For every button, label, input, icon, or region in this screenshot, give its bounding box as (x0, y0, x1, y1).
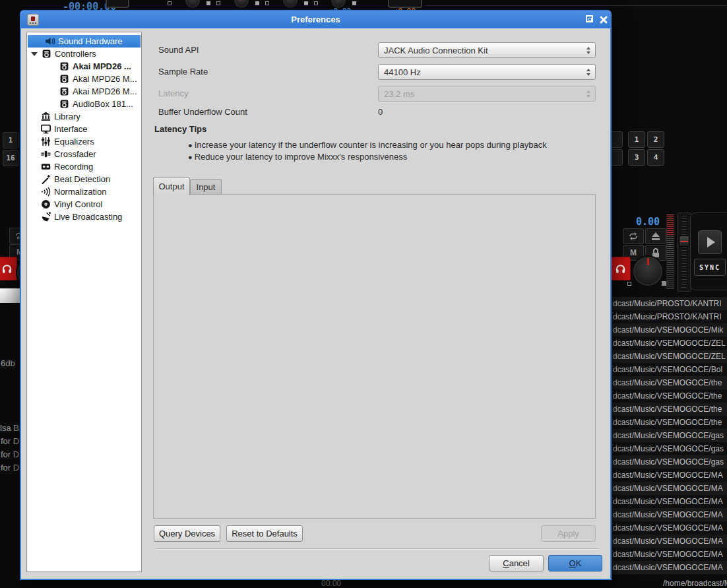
sidebar-item-equalizers[interactable]: Equalizers (28, 135, 141, 148)
track-row[interactable]: dcast/Music/VSEMOGOCE/MA (612, 508, 727, 521)
spinner-arrows-icon (586, 43, 590, 57)
apply-button: Apply (541, 525, 596, 542)
query-devices-button[interactable]: Query Devices (154, 525, 220, 542)
latency-tip: ●Reduce your latency to improve Mixxx's … (188, 152, 407, 162)
knob-min-marker (216, 1, 220, 5)
cancel-button[interactable]: Cancel (489, 555, 544, 572)
pitch-fader-handle[interactable] (679, 236, 689, 247)
ok-button[interactable]: OK (548, 555, 602, 572)
tab-output[interactable]: Output (153, 177, 190, 195)
close-icon[interactable] (599, 15, 608, 24)
controller-icon (59, 99, 69, 109)
track-row[interactable]: dcast/Music/VSEMOGOCE/Mik (612, 323, 727, 337)
play-button[interactable] (698, 230, 722, 254)
sidebar-item-recording[interactable]: Recording (28, 160, 141, 173)
headphone-icon (1, 263, 13, 274)
pitch-fader[interactable] (677, 212, 691, 292)
track-row[interactable]: dcast/Music/VSEMOGOCE/MA (612, 561, 727, 574)
track-row[interactable]: dcast/Music/VSEMOGOCE/gas (612, 429, 727, 442)
sidebar-item-controller-akai-2[interactable]: Akai MPD26 M... (28, 73, 141, 85)
knob-min-marker (265, 1, 269, 5)
spinner-arrows-icon (586, 86, 590, 101)
track-row[interactable]: dcast/Music/VSEMOGOCE/gas (612, 455, 727, 469)
controller-icon (59, 86, 69, 96)
eq-knob[interactable] (233, 0, 250, 9)
selected-row-fragment (0, 288, 22, 303)
track-row[interactable]: dcast/Music/VSEMOGOCE/MA (612, 535, 727, 548)
track-row[interactable]: dcast/Music/VSEMOGOCE/MA (612, 469, 727, 482)
track-row[interactable]: dcast/Music/VSEMOGOCE/the (612, 416, 727, 429)
sidebar-item-live-broadcasting[interactable]: Live Broadcasting (28, 211, 141, 223)
beatloop-1-button[interactable]: 1 (3, 132, 18, 148)
reset-to-defaults-button[interactable]: Reset to Defaults (226, 525, 303, 542)
bullet-icon: ● (188, 141, 193, 149)
headphone-cue-button[interactable] (610, 257, 631, 280)
sample-rate-label: Sample Rate (158, 64, 208, 80)
preferences-nav-tree: Sound Hardware Controllers Akai MPD26 ..… (26, 32, 142, 572)
vinyl-icon (41, 199, 51, 209)
headphone-icon (615, 263, 626, 274)
buffer-underflow-value: 0 (378, 104, 383, 120)
track-row[interactable]: dcast/Music/VSEMOGOCE/ZEL (612, 337, 727, 350)
preferences-dialog: Preferences Sound Hardware Controllers A… (20, 10, 612, 580)
play-icon (707, 237, 715, 247)
sample-rate-select[interactable]: 44100 Hz (378, 64, 596, 80)
sidebar-item-controller-audiobox[interactable]: AudioBox 181... (28, 98, 141, 110)
track-row[interactable]: dcast/Music/VSEMOGOCE/the (612, 389, 727, 403)
sync-button[interactable]: SYNC (694, 259, 726, 276)
track-row[interactable]: dcast/Music/PROSTO/KANTRI (612, 310, 727, 323)
headphone-cue-button-left[interactable] (0, 257, 17, 280)
sidebar-item-library[interactable]: Library (28, 110, 141, 123)
track-row[interactable]: dcast/Music/VSEMOGOCE/MA (612, 548, 727, 561)
track-row[interactable]: dcast/Music/VSEMOGOCE/Bol (612, 363, 727, 376)
track-row[interactable]: dcast/Music/VSEMOGOCE/the (612, 376, 727, 389)
hotcue-3-button[interactable]: 3 (628, 149, 645, 166)
sidebar-item-sound-hardware[interactable]: Sound Hardware (28, 35, 141, 48)
maximize-icon[interactable] (586, 15, 593, 22)
status-file-path: /home/broadcast/Music/VSEMOGOCE/MA (663, 579, 727, 588)
hotcue-4-button[interactable]: 4 (647, 149, 664, 166)
track-row[interactable]: dcast/Music/VSEMOGOCE/the (612, 403, 727, 416)
list-fragment: 6db (1, 358, 15, 368)
gain-knob[interactable] (632, 255, 664, 287)
repeat-button[interactable] (623, 228, 644, 244)
expand-arrow-icon[interactable] (31, 52, 38, 56)
sound-api-select[interactable]: JACK Audio Connection Kit (378, 42, 596, 58)
track-row[interactable]: dcast/Music/VSEMOGOCE/MA (612, 521, 727, 535)
crossfader-icon (41, 149, 51, 159)
latency-select: 23.2 ms (378, 86, 596, 102)
mixxx-main-window: -00:00.00 +0.00 +0.00 1 16 M 6db lsa Ba … (0, 0, 727, 588)
pitch-rate-display: 0.00 (627, 216, 660, 228)
sidebar-item-beat-detection[interactable]: Beat Detection (28, 173, 141, 185)
hotcue-1-button[interactable]: 1 (628, 131, 645, 148)
vu-meter (666, 214, 674, 289)
buffer-underflow-label: Buffer Underflow Count (158, 104, 247, 120)
status-time: 00:00 (321, 579, 341, 588)
sidebar-item-controller-akai-3[interactable]: Akai MPD26 M... (28, 85, 141, 98)
deck-mode-button[interactable] (106, 0, 129, 8)
sidebar-item-crossfader[interactable]: Crossfader (28, 148, 141, 160)
sidebar-item-interface[interactable]: Interface (28, 123, 141, 135)
monitor-icon (41, 124, 51, 134)
eject-button[interactable] (645, 228, 666, 244)
sidebar-item-controller-akai-1[interactable]: Akai MPD26 ... (28, 60, 141, 73)
track-row[interactable]: dcast/Music/VSEMOGOCE/MA (612, 495, 727, 508)
sidebar-item-controllers[interactable]: Controllers (28, 48, 141, 60)
sidebar-item-normalization[interactable]: Normalization (28, 185, 141, 198)
hotcue-2-button[interactable]: 2 (647, 131, 664, 148)
controller-icon (42, 49, 51, 59)
eq-knob[interactable] (282, 0, 299, 9)
beatloop-16-button[interactable]: 16 (3, 150, 18, 166)
knob-max-marker (206, 1, 210, 5)
eq-knob[interactable] (184, 0, 201, 9)
track-row[interactable]: dcast/Music/VSEMOGOCE/gas (612, 442, 727, 455)
latency-label: Latency (158, 86, 189, 102)
sidebar-item-vinyl-control[interactable]: Vinyl Control (28, 198, 141, 211)
track-row[interactable]: dcast/Music/VSEMOGOCE/ZEL (612, 350, 727, 363)
satellite-dish-icon (41, 212, 51, 222)
tab-input[interactable]: Input (190, 179, 222, 195)
output-panel (153, 194, 596, 519)
track-row[interactable]: dcast/Music/PROSTO/KANTRI (612, 297, 727, 310)
track-row[interactable]: dcast/Music/VSEMOGOCE/MA (612, 482, 727, 495)
dialog-titlebar[interactable]: Preferences (21, 11, 610, 28)
